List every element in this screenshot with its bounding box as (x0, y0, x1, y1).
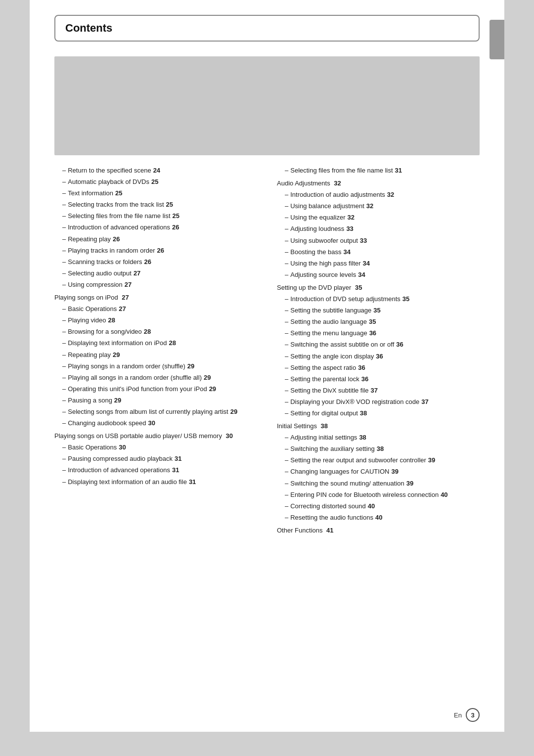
dash-icon: – (285, 165, 288, 176)
dash-icon: – (285, 397, 288, 407)
dash-icon: – (285, 374, 288, 385)
toc-sub-item: –Displaying your DivX® VOD registration … (277, 397, 480, 407)
toc-sub-item: –Using balance adjustment32 (277, 201, 480, 212)
dash-icon: – (62, 442, 66, 453)
dash-icon: – (285, 247, 288, 258)
dash-icon: – (285, 444, 288, 454)
dash-icon: – (285, 478, 288, 489)
toc-sub-item: –Correcting distorted sound40 (277, 501, 480, 512)
dash-icon: – (285, 294, 288, 305)
toc-sub-item: –Repeating play26 (54, 234, 257, 245)
toc-sub-item: –Automatic playback of DVDs25 (54, 177, 257, 187)
dash-icon: – (285, 351, 288, 362)
toc-sub-item: –Adjusting initial settings38 (277, 432, 480, 443)
dash-icon: – (285, 305, 288, 316)
dash-icon: – (62, 268, 66, 279)
toc-sub-item: –Text information25 (54, 188, 257, 199)
dash-icon: – (62, 406, 66, 417)
toc-sub-item: –Setting the subtitle language35 (277, 305, 480, 316)
toc-sub-item: –Selecting songs from album list of curr… (54, 406, 257, 417)
dash-icon: – (285, 212, 288, 223)
dash-icon: – (285, 512, 288, 523)
dash-icon: – (62, 245, 66, 256)
toc-section-title: Setting up the DVD player 35 (277, 282, 480, 293)
dash-icon: – (285, 432, 288, 443)
dash-icon: – (62, 304, 66, 314)
toc-section-title: Initial Settings 38 (277, 421, 480, 432)
dash-icon: – (285, 501, 288, 512)
toc-sub-item: –Introduction of advanced operations31 (54, 465, 257, 476)
dash-icon: – (62, 315, 66, 326)
dash-icon: – (285, 489, 288, 500)
toc-sub-item: –Introduction of advanced operations26 (54, 222, 257, 233)
toc-sub-item: –Return to the specified scene24 (54, 165, 257, 176)
right-column: –Selecting files from the file name list… (277, 165, 480, 536)
dash-icon: – (285, 223, 288, 234)
dash-icon: – (62, 188, 66, 199)
toc-sub-item: –Setting the aspect ratio36 (277, 362, 480, 373)
toc-section-title: Playing songs on iPod 27 (54, 292, 257, 303)
dash-icon: – (62, 279, 66, 290)
dash-icon: – (62, 477, 66, 488)
toc-sub-item: –Basic Operations27 (54, 304, 257, 314)
footer-lang: En (454, 712, 462, 719)
toc-sub-item: –Adjusting source levels34 (277, 269, 480, 280)
toc-sub-item: –Setting the audio language35 (277, 316, 480, 327)
toc-section-title: Audio Adjustments 32 (277, 178, 480, 189)
toc-sub-item: –Setting the parental lock36 (277, 374, 480, 385)
toc-sub-item: –Selecting audio output27 (54, 268, 257, 279)
header-box: Contents (54, 15, 480, 42)
toc-sub-item: –Entering PIN code for Bluetooth wireles… (277, 489, 480, 500)
toc-sub-item: –Scanning tracks or folders26 (54, 257, 257, 267)
toc-sub-item: –Switching the auxiliary setting38 (277, 444, 480, 454)
dash-icon: – (62, 338, 66, 349)
toc-sub-item: –Playing songs in a random order (shuffl… (54, 361, 257, 372)
toc-section-title: Other Functions 41 (277, 525, 480, 536)
toc-sub-item: –Basic Operations30 (54, 442, 257, 453)
toc-sub-item: –Pausing compressed audio playback31 (54, 453, 257, 464)
toc-sub-item: –Selecting files from the file name list… (54, 211, 257, 222)
toc-sub-item: –Resetting the audio functions40 (277, 512, 480, 523)
dash-icon: – (285, 466, 288, 477)
toc-sub-item: –Playing all songs in a random order (sh… (54, 372, 257, 383)
dash-icon: – (285, 339, 288, 350)
dash-icon: – (62, 372, 66, 383)
toc-sub-item: –Playing tracks in random order26 (54, 245, 257, 256)
dash-icon: – (62, 384, 66, 395)
dash-icon: – (285, 235, 288, 246)
dash-icon: – (285, 189, 288, 200)
toc-sub-item: –Selecting files from the file name list… (277, 165, 480, 176)
toc-sub-item: –Changing languages for CAUTION39 (277, 466, 480, 477)
side-tab (490, 20, 504, 59)
dash-icon: – (62, 234, 66, 245)
dash-icon: – (62, 257, 66, 267)
dash-icon: – (62, 361, 66, 372)
dash-icon: – (62, 165, 66, 176)
page-title: Contents (65, 22, 112, 35)
toc-sub-item: –Introduction of DVD setup adjustments35 (277, 294, 480, 305)
dash-icon: – (62, 395, 66, 406)
dash-icon: – (285, 408, 288, 419)
dash-icon: – (285, 269, 288, 280)
toc-sub-item: –Setting the rear output and subwoofer c… (277, 455, 480, 466)
dash-icon: – (62, 326, 66, 337)
toc-sub-item: –Displaying text information of an audio… (54, 477, 257, 488)
toc-sub-item: –Setting for digital output38 (277, 408, 480, 419)
toc-sub-item: –Switching the assist subtitle on or off… (277, 339, 480, 350)
toc-sub-item: –Playing video28 (54, 315, 257, 326)
content-columns: –Return to the specified scene24–Automat… (54, 165, 480, 536)
toc-sub-item: –Using the equalizer32 (277, 212, 480, 223)
footer: En 3 (454, 708, 480, 722)
toc-sub-item: –Using subwoofer output33 (277, 235, 480, 246)
dash-icon: – (285, 362, 288, 373)
dash-icon: – (285, 316, 288, 327)
toc-sub-item: –Boosting the bass34 (277, 247, 480, 258)
toc-sub-item: –Displaying text information on iPod28 (54, 338, 257, 349)
dash-icon: – (62, 177, 66, 187)
toc-sub-item: –Adjusting loudness33 (277, 223, 480, 234)
dash-icon: – (285, 258, 288, 269)
toc-sub-item: –Setting the angle icon display36 (277, 351, 480, 362)
toc-sub-item: –Pausing a song29 (54, 395, 257, 406)
toc-sub-item: –Selecting tracks from the track list25 (54, 199, 257, 210)
dash-icon: – (285, 385, 288, 396)
